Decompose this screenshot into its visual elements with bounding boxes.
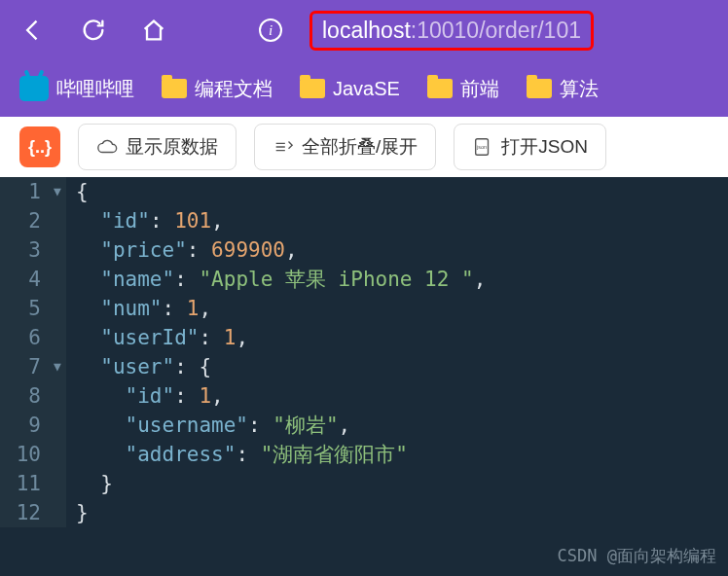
json-extension-icon[interactable]: {..} [19,126,60,167]
code-line: 12} [0,498,728,527]
json-toolbar: {..} 显示原数据 全部折叠/展开 json 打开JSON [0,117,728,177]
bookmark-label: 编程文档 [195,76,273,102]
watermark: CSDN @面向架构编程 [558,541,716,570]
code-line: 11 } [0,469,728,498]
url-path: :10010/order/101 [411,18,581,43]
collapse-icon [273,136,294,158]
svg-text:json: json [476,144,487,150]
bookmark-frontend[interactable]: 前端 [427,76,499,102]
info-icon[interactable]: i [249,9,292,52]
button-label: 显示原数据 [126,134,218,160]
bookmark-label: 算法 [560,76,599,102]
json-viewer: 1▼{ 2 "id": 101, 3 "price": 699900, 4 "n… [0,177,728,576]
json-file-icon: json [472,136,493,158]
bookmark-label: 哔哩哔哩 [56,76,134,102]
folder-icon [527,79,552,98]
code-line: 2 "id": 101, [0,206,728,235]
browser-nav-bar: i localhost:10010/order/101 [0,0,728,60]
open-json-button[interactable]: json 打开JSON [454,124,606,170]
back-button[interactable] [12,9,55,52]
folder-icon [162,79,187,98]
code-line: 7▼ "user": { [0,352,728,381]
code-line: 4 "name": "Apple 苹果 iPhone 12 ", [0,265,728,294]
code-line: 5 "num": 1, [0,294,728,323]
bookmark-label: 前端 [460,76,499,102]
button-label: 打开JSON [501,134,588,160]
bookmark-label: JavaSE [333,78,400,100]
cloud-icon [96,136,118,158]
code-line: 10 "address": "湖南省衡阳市" [0,440,728,469]
address-bar[interactable]: localhost:10010/order/101 [309,11,594,51]
bookmark-javase[interactable]: JavaSE [300,78,400,100]
code-line: 3 "price": 699900, [0,235,728,265]
code-line: 9 "username": "柳岩", [0,411,728,440]
code-line: 8 "id": 1, [0,381,728,411]
home-button[interactable] [132,9,175,52]
show-raw-button[interactable]: 显示原数据 [78,124,237,170]
code-line: 1▼{ [0,177,728,206]
button-label: 全部折叠/展开 [302,134,418,160]
code-line: 6 "userId": 1, [0,323,728,352]
bilibili-icon [19,76,49,101]
folder-icon [427,79,453,98]
bookmarks-bar: 哔哩哔哩 编程文档 JavaSE 前端 算法 [0,60,728,117]
bookmark-docs[interactable]: 编程文档 [162,76,273,102]
bookmark-bilibili[interactable]: 哔哩哔哩 [19,76,134,102]
bookmark-algorithm[interactable]: 算法 [527,76,599,102]
url-host: localhost [322,18,411,43]
folder-icon [300,79,325,98]
collapse-all-button[interactable]: 全部折叠/展开 [254,124,436,170]
refresh-button[interactable] [72,9,115,52]
